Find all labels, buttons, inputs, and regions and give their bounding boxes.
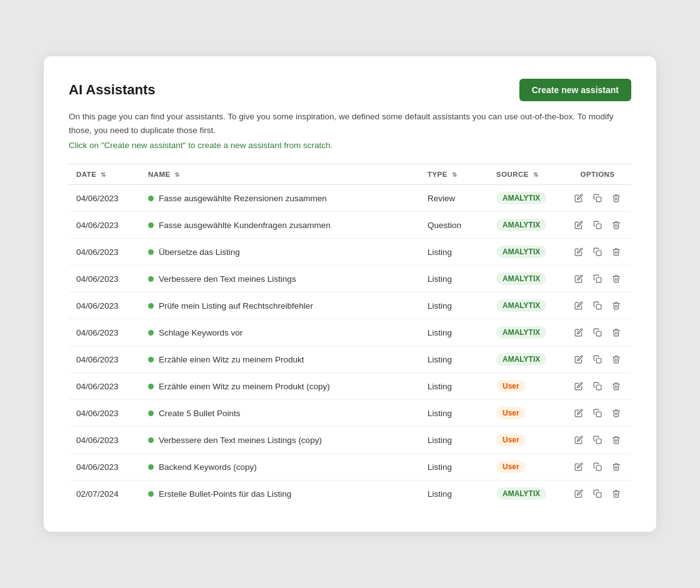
table-row: 04/06/2023 Erzähle einen Witz zu meinem … [69,373,631,400]
table-row: 04/06/2023 Verbessere den Text meines Li… [69,266,631,292]
edit-button[interactable] [571,407,586,419]
edit-button[interactable] [571,272,586,285]
edit-button[interactable] [571,246,586,258]
cell-options [564,427,631,454]
copy-button[interactable] [590,461,605,473]
cell-date: 04/06/2023 [69,319,141,346]
copy-button[interactable] [590,192,605,204]
cell-name: Prüfe mein Listing auf Rechtschreibfehle… [141,292,420,319]
edit-button[interactable] [571,487,586,500]
cell-date: 04/06/2023 [69,185,141,212]
delete-button[interactable] [609,326,624,339]
cell-date: 04/06/2023 [69,454,141,481]
assistant-name: Fasse ausgewählte Rezensionen zusammen [159,194,327,203]
cell-type: Listing [420,400,489,427]
table-row: 04/06/2023 Übersetze das Listing Listing… [69,239,631,266]
table-header: DATE ⇅ NAME ⇅ TYPE ⇅ SOURCE ⇅ OPTIONS [69,164,631,185]
cell-name: Erzähle einen Witz zu meinem Produkt [141,346,420,373]
delete-button[interactable] [609,434,624,446]
copy-button[interactable] [590,299,605,312]
copy-button[interactable] [590,326,605,339]
page-description-sub: Click on "Create new assistant" to creat… [69,141,631,150]
cell-name: Übersetze das Listing [141,239,420,266]
cell-name: Fasse ausgewählte Rezensionen zusammen [141,185,420,212]
col-header-name[interactable]: NAME ⇅ [141,164,420,185]
cell-type: Listing [420,373,489,400]
cell-type: Listing [420,454,489,481]
delete-button[interactable] [609,407,624,419]
cell-name: Fasse ausgewählte Kundenfragen zusammen [141,212,420,239]
sort-icon-source: ⇅ [533,171,538,178]
cell-date: 04/06/2023 [69,292,141,319]
delete-button[interactable] [609,299,624,312]
sort-icon-date: ⇅ [101,171,106,178]
edit-button[interactable] [571,219,586,231]
source-badge: AMALYTIX [496,192,546,204]
copy-button[interactable] [590,353,605,366]
table-row: 04/06/2023 Schlage Keywords vor Listing … [69,319,631,346]
cell-source: User [489,427,564,454]
cell-name: Verbessere den Text meines Listings [141,266,420,292]
svg-rect-11 [596,492,601,497]
edit-button[interactable] [571,461,586,473]
cell-type: Listing [420,239,489,266]
delete-button[interactable] [609,380,624,392]
copy-button[interactable] [590,246,605,258]
cell-date: 04/06/2023 [69,266,141,292]
delete-button[interactable] [609,219,624,231]
assistant-name: Erzähle einen Witz zu meinem Produkt (co… [159,382,330,391]
copy-button[interactable] [590,272,605,285]
cell-type: Question [420,212,489,239]
delete-button[interactable] [609,353,624,366]
delete-button[interactable] [609,461,624,473]
cell-name: Erzähle einen Witz zu meinem Produkt (co… [141,373,420,400]
source-badge: AMALYTIX [496,487,546,500]
sort-icon-name: ⇅ [174,171,179,178]
edit-button[interactable] [571,353,586,366]
cell-name: Create 5 Bullet Points [141,400,420,427]
copy-button[interactable] [590,407,605,419]
edit-button[interactable] [571,192,586,204]
source-badge: User [496,407,526,419]
assistant-name: Übersetze das Listing [159,247,240,257]
table-body: 04/06/2023 Fasse ausgewählte Rezensionen… [69,185,631,507]
cell-options [564,454,631,481]
create-assistant-button[interactable]: Create new assistant [519,79,631,101]
status-dot [148,330,154,336]
copy-button[interactable] [590,380,605,392]
cell-options [564,373,631,400]
source-badge: AMALYTIX [496,299,546,312]
cell-type: Listing [420,319,489,346]
assistant-name: Schlage Keywords vor [159,328,242,337]
col-header-date[interactable]: DATE ⇅ [69,164,141,185]
card-header: AI Assistants Create new assistant [69,79,631,101]
copy-button[interactable] [590,219,605,231]
copy-button[interactable] [590,434,605,446]
delete-button[interactable] [609,246,624,258]
edit-button[interactable] [571,434,586,446]
cell-name: Backend Keywords (copy) [141,454,420,481]
delete-button[interactable] [609,272,624,285]
edit-button[interactable] [571,326,586,339]
delete-button[interactable] [609,192,624,204]
cell-source: AMALYTIX [489,239,564,266]
cell-source: User [489,373,564,400]
assistant-name: Backend Keywords (copy) [159,462,257,472]
edit-button[interactable] [571,380,586,392]
cell-options [564,185,631,212]
cell-source: AMALYTIX [489,481,564,507]
cell-date: 04/06/2023 [69,427,141,454]
copy-button[interactable] [590,487,605,500]
cell-options [564,239,631,266]
cell-options [564,346,631,373]
sort-icon-type: ⇅ [452,171,457,178]
cell-date: 04/06/2023 [69,346,141,373]
cell-type: Review [420,185,489,212]
svg-rect-10 [596,466,601,471]
edit-button[interactable] [571,299,586,312]
col-header-source[interactable]: SOURCE ⇅ [489,164,564,185]
cell-date: 04/06/2023 [69,212,141,239]
delete-button[interactable] [609,487,624,500]
page-title: AI Assistants [69,82,156,98]
col-header-type[interactable]: TYPE ⇅ [420,164,489,185]
